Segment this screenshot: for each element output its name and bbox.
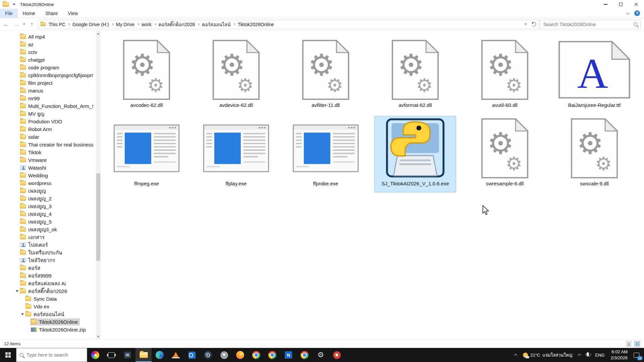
- details-view-icon[interactable]: [626, 341, 632, 347]
- file-item[interactable]: ⚙ ⚙ A: [285, 116, 367, 192]
- tree-item[interactable]: mr99: [0, 95, 95, 102]
- microphone-tray-button[interactable]: [584, 348, 592, 362]
- tree-item[interactable]: Robot Arm: [0, 125, 95, 133]
- taskbar-app-button[interactable]: [168, 348, 184, 362]
- help-icon[interactable]: ?: [634, 10, 640, 16]
- close-button[interactable]: [629, 0, 644, 9]
- taskbar-app-button[interactable]: [248, 348, 264, 362]
- taskbar-app-button[interactable]: [152, 348, 168, 362]
- breadcrumb-segment[interactable]: Tiktok2026Online: [237, 22, 274, 27]
- tree-item[interactable]: Tiktok2026Online.zip: [0, 326, 95, 334]
- breadcrumb-segment[interactable]: This PC: [49, 22, 72, 27]
- breadcrumb-segment[interactable]: work: [142, 22, 159, 27]
- tree-item[interactable]: คอร์ส: [0, 264, 95, 272]
- tree-item[interactable]: Vmware: [0, 156, 95, 164]
- scrollbar-thumb[interactable]: [96, 173, 100, 261]
- file-list-pane[interactable]: ⚙ ⚙ A: [101, 31, 644, 339]
- taskbar-search-input[interactable]: [26, 352, 84, 358]
- file-item[interactable]: ⚙ ⚙ A: [553, 116, 635, 192]
- start-button[interactable]: [0, 348, 16, 362]
- taskbar-app-button[interactable]: [297, 348, 313, 362]
- tree-item[interactable]: ใบเครื่องประกัน: [0, 249, 95, 256]
- tree-item[interactable]: cctv: [0, 48, 95, 56]
- taskbar-app-button[interactable]: [232, 348, 248, 362]
- tree-item[interactable]: เพลงยูญ_4: [0, 210, 95, 218]
- taskbar-app-button[interactable]: [87, 348, 103, 362]
- address-box[interactable]: This PC Google Drive (H:) My Drive: [38, 20, 539, 29]
- tree-item[interactable]: Sync Data: [0, 295, 95, 303]
- taskbar-app-button[interactable]: [103, 348, 119, 362]
- taskbar-app-button[interactable]: [200, 348, 216, 362]
- expand-ribbon-icon[interactable]: [626, 11, 630, 14]
- file-item[interactable]: ⚙ ⚙ A: [553, 38, 635, 114]
- show-hidden-icons-button[interactable]: [512, 348, 520, 362]
- tree-expander-icon[interactable]: [15, 290, 19, 292]
- tree-item[interactable]: เพลงยูญ_5: [0, 218, 95, 226]
- scroll-down-arrow-icon[interactable]: [96, 334, 101, 339]
- address-dropdown-icon[interactable]: [524, 23, 527, 25]
- tree-item[interactable]: az: [0, 41, 95, 48]
- tree-item[interactable]: Wedding: [0, 172, 95, 179]
- tree-item[interactable]: เพลงยูญ3_ok: [0, 226, 95, 233]
- tree-item[interactable]: Thai creator for real business workshop: [0, 141, 95, 148]
- forward-button[interactable]: →: [12, 20, 21, 29]
- large-icons-view-icon[interactable]: [634, 341, 640, 347]
- tree-item[interactable]: chatgpt: [0, 56, 95, 64]
- ribbon-tab[interactable]: Share: [40, 9, 63, 18]
- tree-item[interactable]: เพลงยูญ_3: [0, 202, 95, 210]
- tree-item[interactable]: คอร์ส9999: [0, 272, 95, 280]
- ribbon-tab[interactable]: Home: [18, 9, 40, 18]
- taskbar-app-button[interactable]: [329, 348, 345, 362]
- taskbar-search-box[interactable]: [16, 348, 87, 362]
- tree-item[interactable]: คอร์สติ๊กต็อก2026: [0, 287, 95, 295]
- tree-item[interactable]: All mp4: [0, 33, 95, 41]
- file-item[interactable]: ⚙ ⚙ A: [464, 116, 546, 192]
- back-button[interactable]: ←: [1, 20, 11, 29]
- tree-item[interactable]: คอร์สแต่งเพลง Ai: [0, 280, 95, 287]
- tree-item[interactable]: Prodution VDO: [0, 118, 95, 125]
- tree-item[interactable]: cplklnmnlbnpmjogncfgfijoopmnlemp: [0, 71, 95, 79]
- tree-item[interactable]: code program: [0, 64, 95, 71]
- clock[interactable]: 6:02 AM 2/3/2026: [607, 348, 631, 362]
- file-item[interactable]: ⚙ ⚙ A: [195, 116, 277, 192]
- language-indicator[interactable]: ENG: [592, 348, 607, 362]
- sidebar-scrollbar[interactable]: [96, 31, 101, 339]
- tree-item[interactable]: solar: [0, 133, 95, 141]
- tree-item[interactable]: wordpress: [0, 179, 95, 187]
- file-item[interactable]: ⚙ ⚙ A: [195, 38, 277, 114]
- ribbon-tab[interactable]: View: [63, 9, 83, 18]
- tree-item[interactable]: เพลงยูญ_2: [0, 195, 95, 202]
- tree-expander-icon[interactable]: [20, 313, 25, 315]
- minimize-button[interactable]: [598, 0, 613, 9]
- tray-chevron-button[interactable]: [575, 348, 584, 362]
- weather-widget[interactable]: 21°C แจ่มใสส่วนใหญ่: [520, 348, 575, 362]
- up-button[interactable]: ↑: [27, 20, 37, 29]
- tree-item[interactable]: manus: [0, 87, 95, 95]
- tree-item[interactable]: คอร์สออนไลน์: [0, 310, 95, 318]
- file-item[interactable]: ⚙ ⚙ A: [374, 116, 456, 192]
- ribbon-tab[interactable]: File: [0, 9, 18, 18]
- taskbar-app-button[interactable]: [184, 348, 200, 362]
- tree-item[interactable]: MV ยูญ: [0, 110, 95, 118]
- tree-item[interactable]: Watashi: [0, 164, 95, 172]
- file-item[interactable]: ⚙ ⚙ A: [106, 116, 187, 192]
- breadcrumb-segment[interactable]: คอร์สติ๊กต็อก2026: [159, 21, 202, 28]
- file-item[interactable]: ⚙ ⚙ A: [285, 38, 367, 114]
- refresh-icon[interactable]: [532, 22, 536, 26]
- taskbar-app-button[interactable]: [136, 348, 152, 362]
- file-item[interactable]: ⚙ ⚙ A: [374, 38, 456, 114]
- breadcrumb-segment[interactable]: Google Drive (H:): [72, 22, 116, 27]
- tree-item[interactable]: Tiktok: [0, 148, 95, 156]
- tree-item[interactable]: ไฟล์วิทยากร: [0, 256, 95, 264]
- file-item[interactable]: ⚙ ⚙ A: [464, 38, 546, 114]
- taskbar-app-button[interactable]: [119, 348, 136, 362]
- taskbar-app-button[interactable]: [264, 348, 280, 362]
- taskbar-app-button[interactable]: N: [280, 348, 297, 362]
- file-item[interactable]: ⚙ ⚙ A: [106, 38, 187, 114]
- quick-access-toolbar-chevron-icon[interactable]: [13, 4, 15, 5]
- taskbar-app-button[interactable]: ⚙: [313, 348, 329, 362]
- maximize-button[interactable]: [613, 0, 629, 9]
- scroll-up-arrow-icon[interactable]: [96, 31, 101, 36]
- action-center-button[interactable]: 16: [631, 348, 644, 362]
- taskbar-app-button[interactable]: [216, 348, 232, 362]
